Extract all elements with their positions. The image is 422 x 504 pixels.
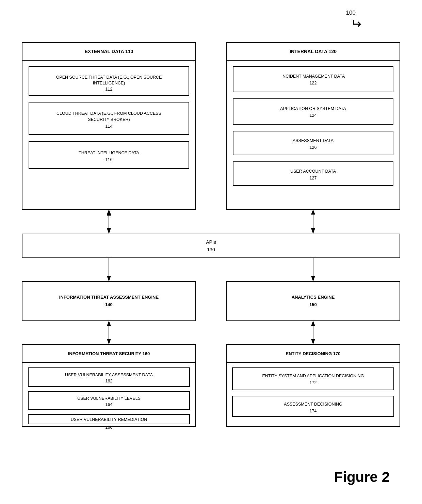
svg-text:112: 112 [106, 87, 113, 92]
svg-marker-43 [311, 276, 315, 282]
reference-number: 100 [346, 10, 356, 16]
svg-text:CLOUD THREAT DATA (E.G., FROM : CLOUD THREAT DATA (E.G., FROM CLOUD ACCE… [56, 111, 161, 116]
svg-text:124: 124 [310, 113, 317, 118]
svg-text:174: 174 [310, 409, 317, 413]
svg-marker-52 [107, 321, 111, 326]
ref-num-text: 100 [346, 10, 356, 16]
svg-text:ENTITY DECISIONING 170: ENTITY DECISIONING 170 [286, 351, 341, 356]
svg-text:APPLICATION OR SYSTEM DATA: APPLICATION OR SYSTEM DATA [280, 106, 346, 111]
svg-rect-17 [233, 66, 393, 92]
svg-text:122: 122 [310, 81, 317, 85]
svg-text:114: 114 [106, 124, 113, 129]
svg-rect-20 [233, 99, 393, 124]
svg-marker-41 [107, 276, 111, 282]
svg-marker-55 [311, 321, 315, 326]
diagram-svg: EXTERNAL DATA 110 OPEN SOURCE THREAT DAT… [19, 39, 403, 431]
svg-text:140: 140 [105, 302, 113, 307]
svg-text:ASSESSMENT DECISIONING: ASSESSMENT DECISIONING [284, 402, 342, 407]
svg-text:USER VULNERABILITY REMEDIATION: USER VULNERABILITY REMEDIATION [71, 417, 147, 422]
svg-marker-32 [107, 228, 111, 234]
svg-marker-33 [107, 209, 111, 215]
svg-text:INCIDENT MANAGEMENT DATA: INCIDENT MANAGEMENT DATA [281, 74, 345, 79]
svg-text:150: 150 [309, 302, 317, 307]
svg-text:USER ACCOUNT DATA: USER ACCOUNT DATA [290, 169, 336, 174]
svg-marker-54 [311, 339, 315, 345]
svg-rect-47 [226, 282, 400, 321]
svg-text:ANALYTICS ENGINE: ANALYTICS ENGINE [292, 295, 335, 300]
svg-rect-26 [233, 162, 393, 186]
svg-rect-37 [22, 234, 400, 258]
page: 100 ↵ EXTERNAL DATA 110 OPEN SOURCE THRE… [0, 0, 422, 504]
svg-text:127: 127 [310, 176, 317, 180]
ref-arrow: ↵ [351, 16, 361, 31]
svg-text:166: 166 [106, 425, 113, 430]
svg-text:130: 130 [207, 247, 215, 252]
svg-text:THREAT INTELLIGENCE DATA: THREAT INTELLIGENCE DATA [79, 151, 139, 155]
svg-text:SECURITY BROKER): SECURITY BROKER) [88, 117, 130, 122]
svg-rect-71 [232, 368, 394, 390]
svg-rect-23 [233, 131, 393, 155]
svg-text:ASSESSMENT DATA: ASSESSMENT DATA [293, 138, 334, 143]
svg-text:172: 172 [310, 380, 317, 385]
svg-text:164: 164 [106, 402, 113, 407]
svg-text:EXTERNAL DATA 110: EXTERNAL DATA 110 [85, 49, 133, 54]
svg-text:USER VULNERABILITY ASSESSMENT : USER VULNERABILITY ASSESSMENT DATA [65, 373, 153, 377]
svg-text:USER VULNERABILITY LEVELS: USER VULNERABILITY LEVELS [77, 396, 141, 401]
svg-text:162: 162 [106, 379, 113, 383]
svg-text:ENTITY SYSTEM AND APPLICATION : ENTITY SYSTEM AND APPLICATION DECISIONIN… [262, 374, 364, 378]
svg-text:APIs: APIs [206, 239, 216, 245]
svg-text:INTERNAL DATA 120: INTERNAL DATA 120 [290, 49, 337, 54]
svg-marker-36 [311, 209, 315, 215]
svg-marker-35 [311, 228, 315, 234]
svg-text:INFORMATION THREAT SECURITY 16: INFORMATION THREAT SECURITY 160 [68, 351, 150, 356]
svg-text:INFORMATION THREAT ASSESSMENT : INFORMATION THREAT ASSESSMENT ENGINE [59, 295, 159, 300]
svg-rect-44 [22, 282, 196, 321]
svg-text:126: 126 [310, 145, 317, 150]
svg-text:OPEN SOURCE THREAT DATA (E.G.,: OPEN SOURCE THREAT DATA (E.G., OPEN SOUR… [56, 75, 162, 80]
svg-text:116: 116 [106, 157, 113, 162]
svg-text:INTELLIGENCE): INTELLIGENCE) [93, 81, 125, 85]
svg-marker-51 [107, 339, 111, 345]
figure-label: Figure 2 [334, 469, 390, 485]
